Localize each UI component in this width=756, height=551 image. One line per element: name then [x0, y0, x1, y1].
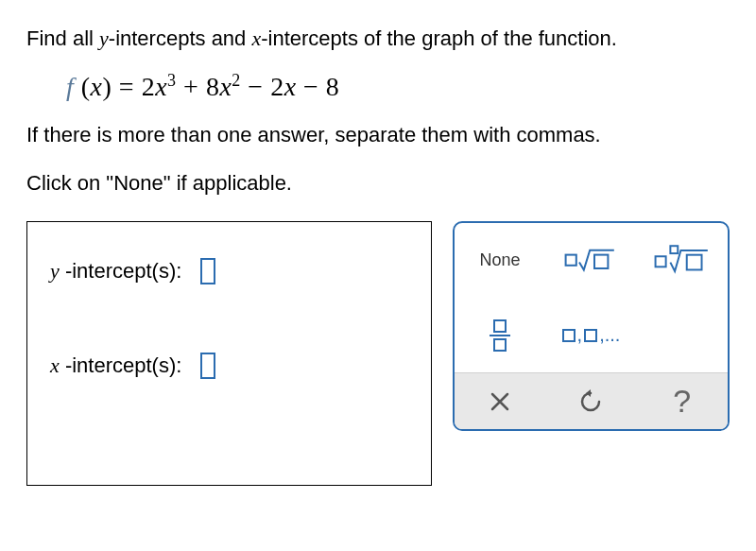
reset-icon	[578, 389, 603, 414]
question-text: Find all y-intercepts and x-intercepts o…	[26, 23, 730, 54]
y-intercept-label: y -intercept(s):	[50, 259, 181, 284]
y-intercept-input[interactable]	[200, 258, 215, 284]
help-button[interactable]: ?	[637, 373, 728, 429]
x-intercept-label: x -intercept(s):	[50, 353, 181, 378]
clear-button[interactable]	[455, 373, 545, 429]
tool-panel: None	[453, 221, 730, 431]
close-icon	[490, 391, 510, 412]
reset-button[interactable]	[545, 373, 636, 429]
list-icon: ,,...	[562, 324, 621, 346]
svg-rect-4	[687, 255, 702, 270]
empty-cell	[637, 298, 728, 372]
none-button[interactable]: None	[455, 223, 545, 298]
sqrt-button[interactable]	[545, 223, 636, 298]
svg-rect-0	[566, 254, 576, 265]
nth-root-button[interactable]	[637, 223, 728, 298]
answer-box: y -intercept(s): x -intercept(s):	[26, 221, 432, 486]
fraction-button[interactable]	[455, 298, 545, 372]
list-button[interactable]: ,,...	[545, 298, 636, 372]
y-intercept-row: y -intercept(s):	[50, 258, 408, 284]
instruction-none: Click on "None" if applicable.	[26, 167, 730, 198]
svg-rect-1	[594, 254, 608, 267]
svg-rect-3	[670, 246, 678, 253]
instruction-commas: If there is more than one answer, separa…	[26, 119, 730, 150]
svg-rect-2	[655, 256, 665, 267]
fraction-icon	[490, 319, 510, 352]
function-equation: f (x) = 2x3 + 8x2 − 2x − 8	[66, 71, 730, 102]
x-intercept-input[interactable]	[200, 353, 215, 379]
x-intercept-row: x -intercept(s):	[50, 353, 408, 379]
